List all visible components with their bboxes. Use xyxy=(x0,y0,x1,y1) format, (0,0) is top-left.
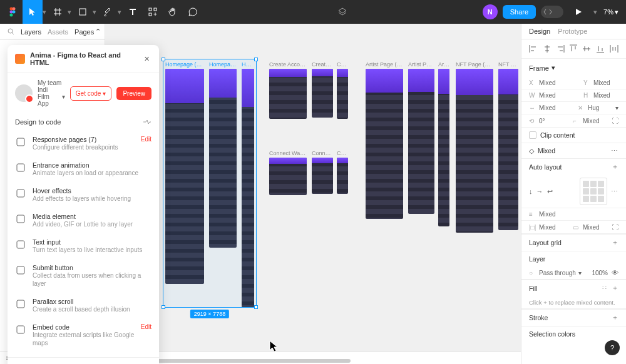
layers-tab[interactable]: Layers xyxy=(21,28,41,36)
frame-thumbnail[interactable] xyxy=(312,69,333,118)
align-hcenter-icon[interactable] xyxy=(543,45,552,53)
padding-v-field[interactable]: ▭Mixed xyxy=(573,224,608,231)
visibility-icon[interactable]: 👁 xyxy=(612,269,618,276)
frame-label[interactable]: NFT Pa… xyxy=(498,61,518,68)
plugin-close-button[interactable]: ✕ xyxy=(141,54,151,64)
h-field[interactable]: HMixed xyxy=(583,92,618,99)
comment-tool[interactable] xyxy=(183,0,203,24)
assets-tab[interactable]: Assets xyxy=(48,28,68,36)
frame-thumbnail[interactable] xyxy=(337,158,348,194)
resize-v-field[interactable]: ✕Hug ▾ xyxy=(578,104,618,111)
frame-thumbnail[interactable] xyxy=(438,69,449,226)
pen-tool[interactable] xyxy=(98,0,118,24)
help-fab[interactable]: ? xyxy=(605,340,620,355)
pen-tool-chevron[interactable]: ▾ xyxy=(118,8,123,16)
frame-tool[interactable] xyxy=(48,0,68,24)
corner-radius-field[interactable]: ⌐Mixed xyxy=(573,118,608,124)
distribute-icon[interactable] xyxy=(610,45,618,53)
present-chevron[interactable]: ▾ xyxy=(593,8,598,16)
design-tab[interactable]: Design xyxy=(529,28,550,35)
alignment-box[interactable] xyxy=(580,178,607,205)
dev-mode-toggle[interactable] xyxy=(541,6,563,18)
zoom-control[interactable]: 7%▾ xyxy=(603,8,618,16)
frame-thumbnail[interactable] xyxy=(456,69,493,233)
opacity-field[interactable]: 100% xyxy=(592,270,608,276)
frame-label[interactable]: Ar… xyxy=(438,61,449,68)
frame-thumbnail[interactable] xyxy=(269,158,307,195)
section-toggle-icon[interactable] xyxy=(143,119,151,125)
frame-section-title[interactable]: Frame ▾ xyxy=(521,59,626,77)
independent-corners-icon[interactable]: ⛶ xyxy=(612,117,618,124)
frame-label[interactable]: Artist Page (D… xyxy=(366,61,403,68)
share-button[interactable]: Share xyxy=(503,5,536,19)
team-info[interactable]: My team Indi Film App ▾ xyxy=(38,79,65,107)
frame-label[interactable]: NFT Page (De… xyxy=(456,61,493,68)
al-wrap-icon[interactable]: ↩ xyxy=(547,188,553,196)
frame-group[interactable]: Ar… xyxy=(438,61,449,226)
frame-label[interactable]: Connect Walle… xyxy=(269,150,307,156)
frame-thumbnail[interactable] xyxy=(269,69,307,119)
align-top-icon[interactable] xyxy=(570,44,578,53)
prototype-tab[interactable]: Prototype xyxy=(558,28,587,35)
frame-group[interactable]: Connect… xyxy=(312,150,333,194)
resize-h-field[interactable]: ↔Mixed xyxy=(529,104,564,111)
frame-thumbnail[interactable] xyxy=(337,69,348,119)
feature-edit-button[interactable]: Edit xyxy=(141,136,151,143)
frame-label[interactable]: Create Accou… xyxy=(269,61,307,68)
x-field[interactable]: XMixed xyxy=(529,79,564,86)
more-icon[interactable]: ⋯ xyxy=(611,147,618,154)
fill-styles-icon[interactable]: ∷ xyxy=(602,284,607,293)
search-icon[interactable] xyxy=(8,28,14,35)
constraints-row[interactable]: ◇Mixed ⋯ xyxy=(521,143,626,159)
move-tool[interactable] xyxy=(23,0,43,24)
spacing-field[interactable]: ≡Mixed xyxy=(529,211,564,218)
shape-tool[interactable] xyxy=(73,0,93,24)
frame-group[interactable]: C… xyxy=(337,150,348,194)
clip-checkbox[interactable] xyxy=(529,131,536,139)
canvas[interactable]: Homepage (d… Homepa… H… Create Accou… Cr… xyxy=(105,24,521,364)
al-horizontal-icon[interactable]: → xyxy=(536,188,543,195)
frame-thumbnail[interactable] xyxy=(366,69,403,219)
selection-handle[interactable] xyxy=(254,58,258,61)
frame-label[interactable]: Cr… xyxy=(337,61,348,68)
padding-h-field[interactable]: |□|Mixed xyxy=(529,224,564,231)
feature-row[interactable]: Hover effects Add effects to layers whil… xyxy=(8,182,159,208)
feature-row[interactable]: Parallax scroll Create a scroll based de… xyxy=(8,293,159,318)
add-stroke-button[interactable]: ＋ xyxy=(612,313,618,322)
present-button[interactable] xyxy=(568,0,588,24)
frame-group[interactable]: Cr… xyxy=(337,61,348,119)
align-bottom-icon[interactable] xyxy=(597,44,605,53)
frame-label[interactable]: Artist Pa… xyxy=(408,61,434,68)
get-code-button[interactable]: Get code ▾ xyxy=(70,86,112,101)
frame-group[interactable]: NFT Page (De… xyxy=(456,61,493,233)
hand-tool[interactable] xyxy=(163,0,183,24)
align-left-icon[interactable] xyxy=(529,45,538,53)
horizontal-scrollbar[interactable] xyxy=(125,359,351,363)
frame-thumbnail[interactable] xyxy=(498,69,518,230)
add-autolayout-button[interactable]: ＋ xyxy=(612,163,618,171)
w-field[interactable]: WMixed xyxy=(529,92,564,99)
preview-button[interactable]: Preview xyxy=(116,87,151,100)
move-tool-chevron[interactable]: ▾ xyxy=(43,8,48,16)
feature-row[interactable]: Media element Add video, GIF or Lottie t… xyxy=(8,208,159,233)
frame-group[interactable]: Create … xyxy=(312,61,333,118)
frame-label[interactable]: C… xyxy=(337,150,348,156)
frame-thumbnail[interactable] xyxy=(408,69,434,214)
frame-label[interactable]: Connect… xyxy=(312,150,333,156)
frame-group[interactable]: Artist Page (D… xyxy=(366,61,403,219)
add-grid-button[interactable]: ＋ xyxy=(612,238,618,247)
frame-group[interactable]: Connect Walle… xyxy=(269,150,307,195)
frame-thumbnail[interactable] xyxy=(312,158,333,194)
y-field[interactable]: YMixed xyxy=(583,79,618,86)
feature-edit-button[interactable]: Edit xyxy=(141,323,151,330)
frame-label[interactable]: Create … xyxy=(312,61,333,68)
align-vcenter-icon[interactable] xyxy=(583,44,592,53)
feature-row[interactable]: Submit button Collect data from users wh… xyxy=(8,259,159,293)
feature-row[interactable]: Embed code Integrate external scripts li… xyxy=(8,318,159,352)
team-avatar[interactable] xyxy=(15,84,33,102)
align-right-icon[interactable] xyxy=(556,45,565,53)
figma-menu-button[interactable] xyxy=(3,0,23,24)
pages-dropdown[interactable]: Pages ⌃ xyxy=(74,28,101,36)
clip-content-row[interactable]: Clip content xyxy=(521,128,626,143)
independent-padding-icon[interactable]: ⛶ xyxy=(612,223,618,231)
